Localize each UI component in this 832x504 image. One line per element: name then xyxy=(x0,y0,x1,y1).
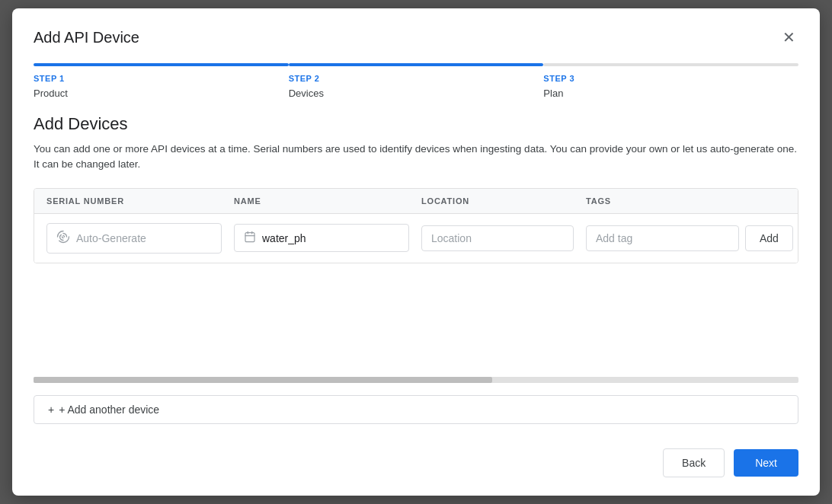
add-another-device-button[interactable]: + + Add another device xyxy=(34,395,798,424)
serial-number-field: Auto-Generate xyxy=(46,223,222,254)
dialog-footer: Back Next xyxy=(12,436,820,496)
table-header: SERIAL NUMBER NAME LOCATION TAGS xyxy=(34,189,798,214)
svg-rect-0 xyxy=(245,233,254,242)
step-3-bar xyxy=(543,63,798,66)
close-button[interactable]: ✕ xyxy=(779,27,798,48)
dialog-title: Add API Device xyxy=(34,29,139,46)
dialog-header: Add API Device ✕ xyxy=(12,8,820,48)
section-description: You can add one or more API devices at a… xyxy=(34,142,798,173)
scrollbar-thumb[interactable] xyxy=(34,377,492,383)
name-value-text: water_ph xyxy=(262,232,306,244)
col-serial-number: SERIAL NUMBER xyxy=(46,196,222,206)
step-3-name: Plan xyxy=(543,88,798,99)
dialog-body: Add Devices You can add one or more API … xyxy=(12,108,820,377)
step-3-label: STEP 3 xyxy=(543,74,798,83)
add-api-device-dialog: Add API Device ✕ STEP 1 Product STEP 2 D… xyxy=(12,8,820,496)
serial-placeholder-text: Auto-Generate xyxy=(76,232,146,244)
name-icon xyxy=(244,231,256,245)
tags-row: Add xyxy=(586,225,793,251)
location-input[interactable] xyxy=(421,225,574,251)
add-device-label: + Add another device xyxy=(59,404,159,416)
back-button[interactable]: Back xyxy=(663,448,725,477)
step-1-name: Product xyxy=(34,88,289,99)
add-tag-button[interactable]: Add xyxy=(745,225,793,251)
step-3: STEP 3 Plan xyxy=(543,63,798,99)
next-button[interactable]: Next xyxy=(734,449,798,477)
step-2-label: STEP 2 xyxy=(289,74,544,83)
devices-table: SERIAL NUMBER NAME LOCATION TAGS xyxy=(34,188,798,263)
col-tags: TAGS xyxy=(586,196,786,206)
col-location: LOCATION xyxy=(421,196,574,206)
table-row: Auto-Generate water_ph xyxy=(34,214,798,263)
section-title: Add Devices xyxy=(34,114,798,134)
plus-icon: + xyxy=(48,404,54,416)
fingerprint-icon xyxy=(56,230,70,247)
close-icon: ✕ xyxy=(782,30,795,45)
step-1-bar xyxy=(34,63,289,66)
step-1-label: STEP 1 xyxy=(34,74,289,83)
col-name: NAME xyxy=(234,196,409,206)
step-1: STEP 1 Product xyxy=(34,63,289,99)
step-2-name: Devices xyxy=(289,88,544,99)
stepper: STEP 1 Product STEP 2 Devices STEP 3 Pla… xyxy=(12,48,820,108)
step-2-bar xyxy=(289,63,544,66)
scrollbar-track xyxy=(34,377,798,383)
tag-input[interactable] xyxy=(586,225,739,251)
name-field: water_ph xyxy=(234,224,409,252)
step-2: STEP 2 Devices xyxy=(289,63,544,99)
